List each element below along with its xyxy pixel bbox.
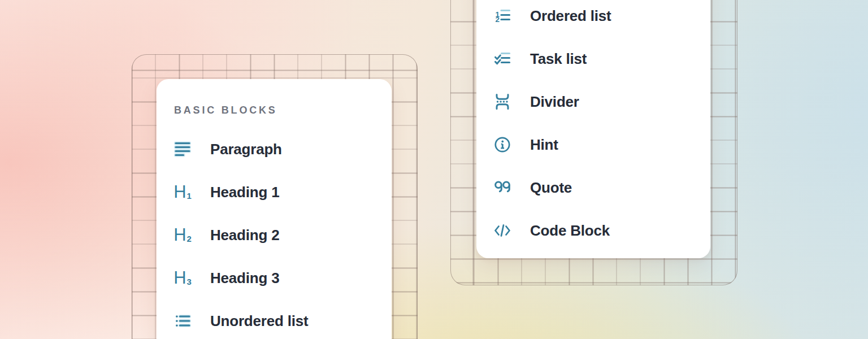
code-block-icon [493,221,511,240]
heading-3-icon: H3 [173,269,192,287]
unordered-list-icon [173,312,192,330]
task-list-icon [493,50,511,68]
menu-item-heading-2[interactable]: H2Heading 2 [157,214,392,257]
menu-item-label: Heading 1 [210,184,279,201]
menu-item-label: Paragraph [210,141,282,158]
heading-2-icon: H2 [173,226,192,244]
menu-item-label: Ordered list [530,7,611,25]
menu-item-heading-1[interactable]: H1Heading 1 [157,171,392,214]
menu-item-unordered-list[interactable]: Unordered list [157,299,392,339]
menu-item-hint[interactable]: Hint [476,123,710,166]
menu-item-label: Heading 2 [210,227,279,244]
menu-item-ordered-list[interactable]: 12Ordered list [476,0,710,37]
menu-item-label: Divider [530,93,579,111]
heading-1-icon: H1 [173,183,192,201]
menu-item-quote[interactable]: Quote [476,166,710,209]
hero-background: BASIC BLOCKS ParagraphH1Heading 1H2Headi… [0,0,868,339]
menu-item-divider[interactable]: Divider [476,80,710,123]
insert-blocks-menu: 12Ordered listTask listDividerHintQuoteC… [476,0,710,258]
menu-item-code-block[interactable]: Code Block [476,209,710,252]
menu-item-label: Unordered list [210,312,308,330]
menu-item-label: Heading 3 [210,270,279,287]
paragraph-icon [173,140,192,158]
ordered-list-icon: 12 [493,7,511,25]
basic-blocks-items: ParagraphH1Heading 1H2Heading 2H3Heading… [157,128,392,339]
menu-item-heading-3[interactable]: H3Heading 3 [157,257,392,299]
menu-item-label: Quote [530,179,572,197]
divider-icon [493,93,511,111]
menu-item-task-list[interactable]: Task list [476,37,710,80]
menu-item-paragraph[interactable]: Paragraph [157,128,392,171]
section-title-basic-blocks: BASIC BLOCKS [174,105,392,116]
basic-blocks-menu: BASIC BLOCKS ParagraphH1Heading 1H2Headi… [157,79,392,339]
insert-blocks-items: 12Ordered listTask listDividerHintQuoteC… [476,0,710,252]
hint-icon [493,136,511,154]
quote-icon [493,179,511,197]
menu-item-label: Task list [530,50,587,68]
svg-text:2: 2 [496,15,500,24]
menu-item-label: Code Block [530,222,610,240]
menu-item-label: Hint [530,136,558,154]
